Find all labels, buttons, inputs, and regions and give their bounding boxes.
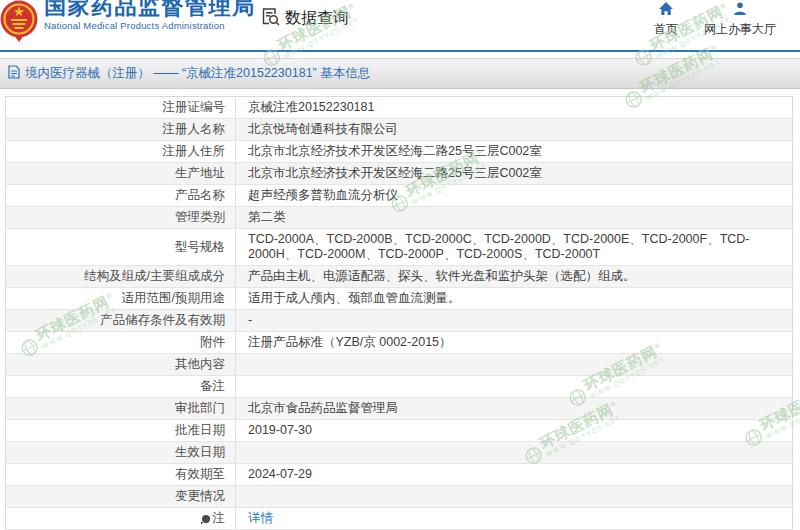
table-row: 生效日期 xyxy=(6,442,793,464)
breadcrumb: 境内医疗器械（注册） —— “京械注准20152230181” 基本信息 xyxy=(25,65,370,82)
table-row: 适用范围/预期用途适用于成人颅内、颈部血管血流测量。 xyxy=(6,288,793,310)
table-row: 管理类别第二类 xyxy=(6,207,793,229)
row-value: 2019-07-30 xyxy=(236,420,793,442)
row-value: 北京悦琦创通科技有限公司 xyxy=(236,119,793,141)
row-label: 结构及组成/主要组成成分 xyxy=(6,266,236,288)
row-value: 2024-07-29 xyxy=(236,464,793,486)
row-label: 备注 xyxy=(6,376,236,398)
note-icon xyxy=(202,515,210,523)
brand-subtitle: National Medical Products Administration xyxy=(44,20,256,31)
row-label: 变更情况 xyxy=(6,486,236,508)
info-table-body: 注册证编号京械注准20152230181注册人名称北京悦琦创通科技有限公司注册人… xyxy=(6,97,793,530)
data-query-icon xyxy=(260,6,281,31)
row-value: 北京市北京经济技术开发区经海二路25号三层C002室 xyxy=(236,141,793,163)
row-label: 生效日期 xyxy=(6,442,236,464)
row-value xyxy=(236,442,793,464)
nav-item-service-hall[interactable]: 网上办事大厅 xyxy=(704,1,776,38)
detail-link[interactable]: 详情 xyxy=(248,511,273,525)
table-row: 备注 xyxy=(6,376,793,398)
row-value: 京械注准20152230181 xyxy=(236,97,793,119)
row-value: 产品由主机、电源适配器、探头、软件光盘和监护头架（选配）组成。 xyxy=(236,266,793,288)
row-label: 产品储存条件及有效期 xyxy=(6,310,236,332)
nav-item-home[interactable]: 首页 xyxy=(654,1,678,38)
person-icon xyxy=(732,1,748,19)
row-label: 管理类别 xyxy=(6,207,236,229)
row-value: TCD-2000A、TCD-2000B、TCD-2000C、TCD-2000D、… xyxy=(236,229,793,266)
row-label: 注 xyxy=(6,508,236,530)
row-label: 审批部门 xyxy=(6,398,236,420)
row-label: 适用范围/预期用途 xyxy=(6,288,236,310)
row-value: 超声经颅多普勒血流分析仪 xyxy=(236,185,793,207)
row-value xyxy=(236,486,793,508)
row-label: 注册证编号 xyxy=(6,97,236,119)
nav-label-home: 首页 xyxy=(654,21,678,38)
table-row: 其他内容 xyxy=(6,354,793,376)
home-icon xyxy=(658,1,674,19)
brand-title: 国家药品监督管理局 xyxy=(44,0,256,19)
header-nav: 首页 网上办事大厅 xyxy=(654,1,776,38)
row-label: 其他内容 xyxy=(6,354,236,376)
table-row: 产品名称超声经颅多普勒血流分析仪 xyxy=(6,185,793,207)
row-label: 注册人名称 xyxy=(6,119,236,141)
table-row: 注详情 xyxy=(6,508,793,530)
row-label: 批准日期 xyxy=(6,420,236,442)
breadcrumb-bar: 境内医疗器械（注册） —— “京械注准20152230181” 基本信息 xyxy=(0,58,800,89)
row-value xyxy=(236,376,793,398)
row-label: 附件 xyxy=(6,332,236,354)
table-row: 产品储存条件及有效期- xyxy=(6,310,793,332)
row-value: 北京市北京经济技术开发区经海二路25号三层C002室 xyxy=(236,163,793,185)
table-row: 注册证编号京械注准20152230181 xyxy=(6,97,793,119)
table-row: 型号规格TCD-2000A、TCD-2000B、TCD-2000C、TCD-20… xyxy=(6,229,793,266)
row-value: 适用于成人颅内、颈部血管血流测量。 xyxy=(236,288,793,310)
row-label: 型号规格 xyxy=(6,229,236,266)
registration-info-table-wrap: 注册证编号京械注准20152230181注册人名称北京悦琦创通科技有限公司注册人… xyxy=(5,96,793,530)
table-row: 变更情况 xyxy=(6,486,793,508)
document-icon xyxy=(8,65,20,82)
nav-label-service-hall: 网上办事大厅 xyxy=(704,21,776,38)
page-header: 国家药品监督管理局 National Medical Products Admi… xyxy=(0,0,800,52)
row-value: 北京市食品药品监督管理局 xyxy=(236,398,793,420)
table-row: 审批部门北京市食品药品监督管理局 xyxy=(6,398,793,420)
data-query-label: 数据查询 xyxy=(285,8,349,29)
brand-block: 国家药品监督管理局 National Medical Products Admi… xyxy=(44,0,256,31)
row-value: 详情 xyxy=(236,508,793,530)
row-value xyxy=(236,354,793,376)
national-emblem-logo xyxy=(0,0,38,46)
row-label: 有效期至 xyxy=(6,464,236,486)
row-value: 注册产品标准（YZB/京 0002-2015） xyxy=(236,332,793,354)
table-row: 有效期至2024-07-29 xyxy=(6,464,793,486)
table-row: 注册人住所北京市北京经济技术开发区经海二路25号三层C002室 xyxy=(6,141,793,163)
table-row: 结构及组成/主要组成成分产品由主机、电源适配器、探头、软件光盘和监护头架（选配）… xyxy=(6,266,793,288)
table-row: 注册人名称北京悦琦创通科技有限公司 xyxy=(6,119,793,141)
row-label: 注册人住所 xyxy=(6,141,236,163)
row-label: 生产地址 xyxy=(6,163,236,185)
table-row: 生产地址北京市北京经济技术开发区经海二路25号三层C002室 xyxy=(6,163,793,185)
data-query-menu[interactable]: 数据查询 xyxy=(260,6,349,31)
table-row: 附件注册产品标准（YZB/京 0002-2015） xyxy=(6,332,793,354)
row-value: 第二类 xyxy=(236,207,793,229)
row-value: - xyxy=(236,310,793,332)
table-row: 批准日期2019-07-30 xyxy=(6,420,793,442)
registration-info-table: 注册证编号京械注准20152230181注册人名称北京悦琦创通科技有限公司注册人… xyxy=(5,96,793,530)
row-label: 产品名称 xyxy=(6,185,236,207)
